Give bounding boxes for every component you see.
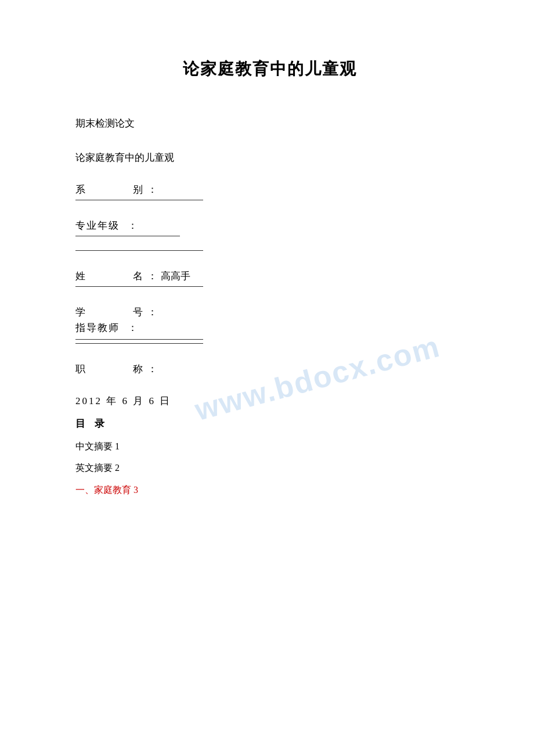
- advisor-colon: ：: [128, 321, 138, 334]
- major-section: 专业年级 ：: [75, 219, 464, 251]
- toc-heading: 目 录: [75, 417, 464, 430]
- advisor-underline2: [75, 343, 203, 344]
- studentid-section: 学 号 ： 指导教师 ：: [75, 305, 464, 344]
- document-page: www.bdocx.com 论家庭教育中的儿童观 期末检测论文 论家庭教育中的儿…: [0, 0, 534, 756]
- toc-item-0: 中文摘要 1: [75, 438, 464, 454]
- department-colon: ：: [147, 183, 157, 196]
- jobtitle-key: 职 称: [75, 362, 147, 376]
- studentid-row: 学 号 ：: [75, 305, 464, 319]
- major-underline: [75, 236, 180, 236]
- paper-title-repeat: 论家庭教育中的儿童观: [75, 149, 464, 167]
- major-underline2: [75, 250, 203, 251]
- department-key: 系 别: [75, 183, 147, 196]
- major-key: 专业年级: [75, 219, 128, 232]
- advisor-underline1: [75, 339, 203, 340]
- name-key: 姓 名: [75, 269, 147, 283]
- date-text: 2012 年 6 月 6 日: [75, 394, 464, 408]
- studentid-key: 学 号: [75, 305, 147, 319]
- date-section: 2012 年 6 月 6 日: [75, 394, 464, 408]
- jobtitle-colon: ：: [147, 362, 157, 376]
- department-underline: [75, 200, 203, 200]
- major-row: 专业年级 ：: [75, 219, 464, 232]
- toc-section: 目 录 中文摘要 1 英文摘要 2 一、家庭教育 3: [75, 417, 464, 498]
- toc-item-1: 英文摘要 2: [75, 460, 464, 476]
- name-value: 高高手: [161, 269, 190, 283]
- name-colon: ：: [147, 269, 157, 283]
- document-title: 论家庭教育中的儿童观: [75, 58, 464, 80]
- jobtitle-row: 职 称 ：: [75, 362, 464, 376]
- advisor-key: 指导教师: [75, 321, 128, 334]
- studentid-colon: ：: [147, 305, 157, 319]
- subtitle: 期末检测论文: [75, 115, 464, 133]
- department-row: 系 别 ：: [75, 183, 464, 196]
- name-row: 姓 名 ： 高高手: [75, 269, 464, 283]
- name-underline: [75, 286, 203, 287]
- major-colon: ：: [128, 219, 138, 232]
- department-section: 系 别 ：: [75, 183, 464, 200]
- name-section: 姓 名 ： 高高手: [75, 269, 464, 287]
- advisor-row: 指导教师 ：: [75, 321, 464, 334]
- jobtitle-section: 职 称 ：: [75, 362, 464, 376]
- toc-item-2: 一、家庭教育 3: [75, 482, 464, 498]
